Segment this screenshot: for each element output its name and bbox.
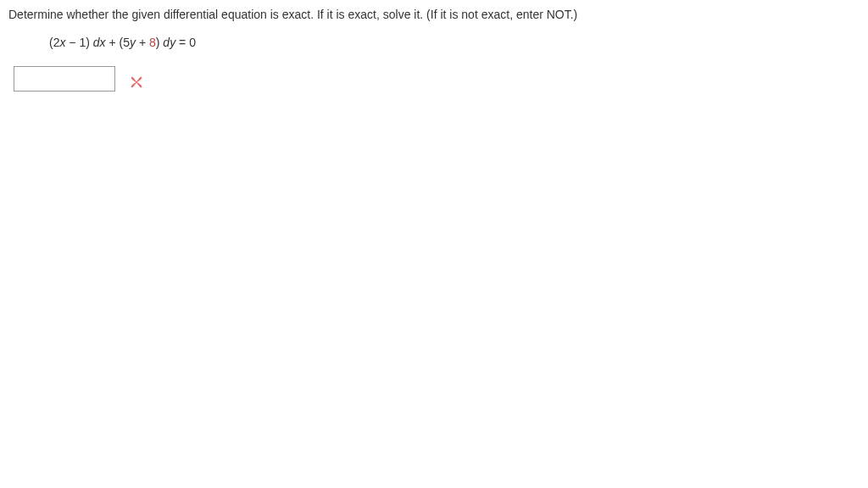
eq-op2: + xyxy=(136,36,149,49)
eq-coef2: 5 xyxy=(123,36,130,49)
question-prompt: Determine whether the given differential… xyxy=(8,7,860,24)
eq-rhs: 0 xyxy=(189,36,196,49)
answer-input[interactable] xyxy=(14,66,115,92)
equation: (2x − 1) dx + (5y + 8) dy = 0 xyxy=(8,36,860,49)
eq-op1: − xyxy=(65,36,79,49)
eq-plus: + xyxy=(106,36,120,49)
eq-var2: y xyxy=(130,36,136,49)
eq-diff1: dx xyxy=(90,36,106,49)
answer-row xyxy=(8,66,860,92)
eq-const2: 8 xyxy=(149,36,156,49)
incorrect-icon xyxy=(129,75,144,90)
eq-eq: = xyxy=(175,36,189,49)
eq-diff2: dy xyxy=(159,36,175,49)
